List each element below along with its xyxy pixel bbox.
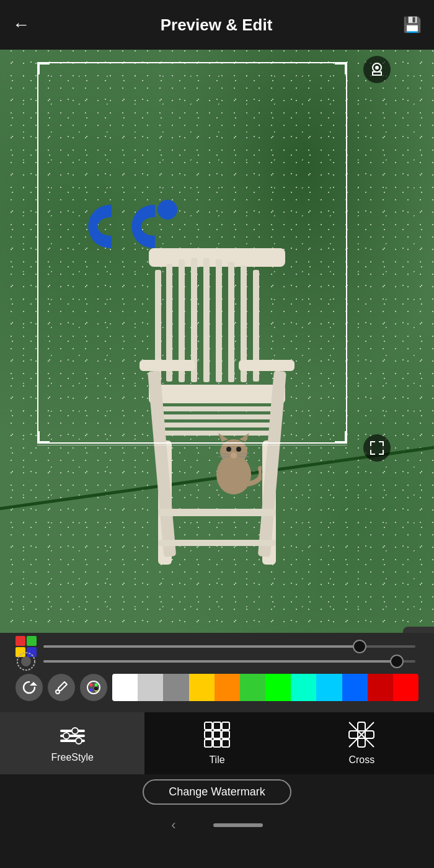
crop-corner-br [335, 431, 347, 444]
crop-box[interactable] [37, 62, 347, 444]
svg-point-27 [226, 447, 231, 452]
crop-corner-tl [37, 62, 50, 74]
opacity-slider-thumb[interactable] [353, 640, 366, 653]
size-slider-row [9, 654, 425, 669]
svg-rect-64 [205, 740, 212, 747]
cross-label: Cross [348, 754, 374, 766]
svg-rect-60 [222, 722, 229, 730]
tab-freestyle[interactable]: FreeStyle [0, 712, 144, 774]
svg-rect-21 [158, 509, 276, 516]
chevron-right-button[interactable] [403, 627, 434, 633]
nav-home-pill[interactable] [213, 823, 263, 827]
svg-point-36 [375, 66, 379, 69]
svg-rect-62 [213, 731, 221, 738]
tile-icon [203, 721, 231, 751]
svg-point-47 [90, 684, 93, 687]
back-button[interactable]: ← [12, 15, 30, 35]
svg-rect-22 [158, 540, 276, 546]
swatch-yellow[interactable] [189, 674, 215, 701]
swatch-red[interactable] [393, 674, 418, 701]
image-canvas[interactable] [0, 50, 434, 633]
svg-point-28 [236, 447, 241, 452]
svg-rect-66 [222, 740, 229, 747]
swatch-skyblue[interactable] [316, 674, 342, 701]
svg-point-55 [72, 728, 78, 734]
swatch-green[interactable] [240, 674, 265, 701]
svg-rect-63 [222, 731, 229, 738]
svg-marker-43 [30, 682, 37, 686]
opacity-slider-track[interactable] [43, 645, 415, 648]
svg-line-45 [58, 690, 59, 691]
blur-icon [14, 650, 38, 673]
svg-point-56 [63, 733, 69, 739]
horizontal-divider [37, 445, 347, 445]
opacity-slider-row [9, 639, 425, 654]
size-slider-track[interactable] [43, 660, 415, 663]
reset-button[interactable] [16, 674, 43, 701]
palette-button[interactable] [80, 674, 107, 701]
change-watermark-button[interactable]: Change Watermark [143, 779, 291, 805]
swatch-white[interactable] [112, 674, 138, 701]
svg-rect-37 [16, 636, 25, 646]
tab-tile[interactable]: Tile [144, 712, 289, 774]
stamp-icon-button[interactable] [363, 56, 391, 83]
svg-point-51 [94, 687, 98, 691]
crop-corner-tr [335, 62, 347, 74]
svg-point-46 [87, 681, 100, 694]
eyedropper-button[interactable] [48, 674, 75, 701]
nav-bar: ‹ [0, 810, 434, 841]
svg-rect-58 [205, 722, 212, 730]
svg-point-48 [95, 684, 98, 687]
tile-label: Tile [209, 754, 224, 766]
svg-point-29 [231, 452, 237, 459]
swatch-lime[interactable] [265, 674, 291, 701]
tab-cross[interactable]: Cross [290, 712, 434, 774]
crop-corner-bl [37, 431, 50, 444]
size-slider-thumb[interactable] [390, 655, 404, 668]
svg-point-57 [76, 738, 82, 744]
svg-point-49 [90, 689, 93, 692]
bottom-tabs: FreeStyle Tile [0, 712, 434, 774]
header: ← Preview & Edit 💾 [0, 0, 434, 50]
color-tools-row [9, 669, 425, 706]
resize-icon-button[interactable] [363, 434, 391, 462]
controls-panel [0, 633, 434, 712]
change-watermark-section: Change Watermark [0, 774, 434, 810]
svg-rect-59 [213, 722, 221, 730]
swatch-lightgray[interactable] [138, 674, 163, 701]
svg-point-42 [21, 656, 31, 666]
freestyle-label: FreeStyle [51, 752, 93, 763]
color-swatches [112, 674, 418, 701]
swatch-darkred[interactable] [368, 674, 393, 701]
freestyle-icon [59, 723, 86, 748]
svg-rect-61 [205, 731, 212, 738]
nav-back-arrow[interactable]: ‹ [171, 817, 175, 833]
swatch-teal[interactable] [291, 674, 316, 701]
cross-icon [348, 721, 375, 751]
svg-rect-65 [213, 740, 221, 747]
save-button[interactable]: 💾 [403, 16, 422, 34]
svg-rect-38 [27, 636, 37, 646]
swatch-orange[interactable] [215, 674, 240, 701]
swatch-blue[interactable] [342, 674, 368, 701]
page-title: Preview & Edit [161, 16, 273, 35]
swatch-gray[interactable] [163, 674, 188, 701]
